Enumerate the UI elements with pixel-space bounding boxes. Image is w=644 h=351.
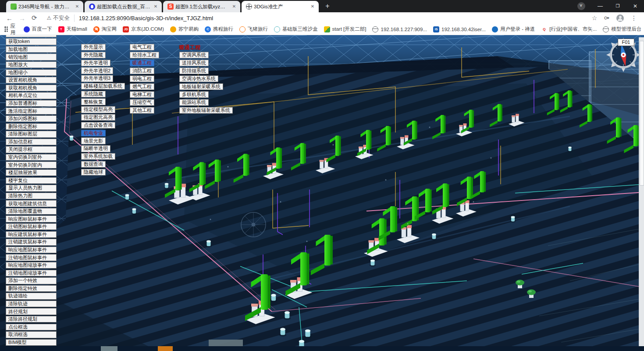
shell-menu-button[interactable]: 机电专业 <box>81 130 106 136</box>
shell-menu-button[interactable]: 整栋恢复 <box>81 98 106 105</box>
shell-menu-button[interactable]: 外壳半透明2 <box>81 67 113 74</box>
browser-tab[interactable]: 超图9.1怎么加载xyz的点云数据 <box>163 1 240 12</box>
sidebar-button[interactable]: 点位框选 <box>6 324 57 330</box>
discipline-menu-button[interactable]: 电气工程 <box>130 44 154 50</box>
tab-close-icon[interactable] <box>152 3 159 10</box>
sidebar-button[interactable]: 注销建筑鼠标事件 <box>6 239 57 245</box>
sidebar-button[interactable]: 销毁地图 <box>6 54 57 60</box>
sidebar-button[interactable]: 相机单点定位 <box>6 92 57 99</box>
sidebar-button[interactable]: 获取token <box>6 38 57 45</box>
bookmark-item[interactable]: 飞猪旅行 <box>239 26 268 32</box>
sidebar-button[interactable]: 楼层抽屉效果 <box>6 169 57 176</box>
shell-menu-button[interactable]: 隔断半透明 <box>81 145 110 152</box>
sidebar-button[interactable]: 清除路径规划 <box>6 316 57 322</box>
sidebar-button[interactable]: 取消框选 <box>6 331 57 338</box>
forward-icon[interactable]: → <box>19 14 25 22</box>
vertical-scrollbar-thumb[interactable] <box>640 41 644 186</box>
sidebar-button[interactable]: 注销图标鼠标事件 <box>6 223 57 230</box>
hvac-system-button[interactable]: 地板辐射采暖系统 <box>179 83 223 90</box>
sidebar-button[interactable]: 清除热力图 <box>6 193 57 199</box>
media-control-icon[interactable] <box>577 2 585 10</box>
shell-menu-button[interactable]: 外壳半透明3 <box>81 75 113 82</box>
sidebar-button[interactable]: 清除轨迹 <box>6 301 57 307</box>
discipline-menu-button[interactable]: 其他工程 <box>130 107 154 114</box>
sidebar-button[interactable]: 删除指定图标 <box>6 123 57 130</box>
bookmark-item[interactable]: 天猫tmall <box>58 26 87 32</box>
shell-menu-button[interactable]: 指定模型高亮 <box>81 106 115 113</box>
bookmark-item[interactable]: 携程旅行 <box>205 26 233 32</box>
reload-icon[interactable]: ⟳ <box>32 14 37 22</box>
bookmark-item[interactable]: 苏宁易购 <box>170 26 199 32</box>
sidebar-button[interactable]: 路径规划 <box>6 308 57 315</box>
bookmark-item[interactable]: 192.168.1.227:909... <box>372 26 427 32</box>
discipline-menu-button[interactable]: 压缩空气 <box>130 99 154 106</box>
minimize-button[interactable]: — <box>591 0 609 12</box>
sidebar-button[interactable]: 室外切换到室内 <box>6 161 57 168</box>
discipline-menu-button[interactable]: 给排水工程 <box>130 52 159 58</box>
apps-button[interactable]: 应用 <box>4 23 18 36</box>
hvac-system-button[interactable]: 送排风系统 <box>179 60 209 66</box>
shell-menu-button[interactable]: 指定图元高亮 <box>81 114 115 121</box>
bookmark-item[interactable]: 模型管理后台 <box>603 26 641 32</box>
bookmark-star-icon[interactable]: ☆ <box>592 14 598 21</box>
browser-tab[interactable]: 超图加载点云数据_百度搜索 <box>85 1 162 12</box>
extensions-icon[interactable]: ⚩ <box>604 14 609 21</box>
shell-menu-button[interactable]: 外壳显示 <box>81 44 106 50</box>
restore-button[interactable]: ❐ <box>609 0 626 12</box>
bookmark-item[interactable]: 淘宝网 <box>93 26 117 32</box>
bookmark-item[interactable]: 百度一下 <box>24 26 52 32</box>
discipline-menu-button[interactable]: 电梯工程 <box>130 91 154 98</box>
hvac-system-button[interactable]: 能源站系统 <box>179 99 209 106</box>
shell-menu-button[interactable]: 外壳半透明 <box>81 60 110 66</box>
sidebar-button[interactable]: 地图放大 <box>6 61 57 68</box>
sidebar-button[interactable]: 注销地图缩放事件 <box>6 270 57 276</box>
sidebar-button[interactable]: 响应地图鼠标事件 <box>6 247 57 253</box>
new-tab-button[interactable] <box>322 0 333 12</box>
sidebar-button[interactable]: 激活指定图标 <box>6 107 57 114</box>
sidebar-button-clipped[interactable] <box>6 35 57 37</box>
shell-menu-button[interactable]: 隐藏地球 <box>81 169 106 176</box>
hvac-system-button[interactable]: 防排烟系统 <box>179 68 209 74</box>
browser-tab[interactable]: 2345网址导航 - 致力于打造百年 <box>6 1 83 12</box>
tab-close-icon[interactable] <box>309 3 316 10</box>
back-icon[interactable]: ← <box>6 14 13 22</box>
sidebar-button[interactable]: 关闭提示框 <box>6 146 57 153</box>
close-button[interactable]: ✕ <box>626 0 644 12</box>
sidebar-button[interactable]: 楼宇复位 <box>6 177 57 184</box>
vertical-scrollbar[interactable] <box>639 37 644 351</box>
sidebar-button[interactable]: 清除图标图层 <box>6 131 57 137</box>
shell-menu-button[interactable]: 外壳隐藏 <box>81 52 106 58</box>
discipline-menu-button[interactable]: 暖通工程 <box>130 60 154 66</box>
sidebar-button[interactable]: 获取地图建筑信息 <box>6 200 57 207</box>
sidebar-button[interactable]: 设置相机视角 <box>6 77 57 83</box>
sidebar-button[interactable]: 添加一个特效 <box>6 277 57 284</box>
sidebar-button[interactable]: 轨迹描绘 <box>6 293 57 299</box>
sidebar-button[interactable]: BIM模型 <box>6 339 57 346</box>
shell-menu-button[interactable]: 楼栋楼层加载系统 <box>81 83 125 90</box>
sidebar-button[interactable]: 加载地图 <box>6 46 57 53</box>
browser-tab[interactable]: 3DGis准生产 <box>242 1 319 12</box>
sidebar-button[interactable]: 注销地图鼠标事件 <box>6 254 57 261</box>
sidebar-button[interactable]: 响应建筑鼠标事件 <box>6 231 57 238</box>
sidebar-button[interactable]: 添加普通图标 <box>6 100 57 107</box>
bookmark-item[interactable]: 用户登录 - 禅道 <box>492 26 535 32</box>
security-indicator[interactable]: ⚠ 不安全 <box>47 14 75 22</box>
sidebar-button[interactable]: 响应地图缩放事件 <box>6 262 57 269</box>
sidebar-button[interactable]: 删除指定特效 <box>6 285 57 292</box>
bookmark-item[interactable]: start [开发二部] <box>324 26 366 32</box>
bookmark-item[interactable]: [行业]中国省、市矢... <box>541 26 597 32</box>
hvac-system-button[interactable]: 空调冷热水系统 <box>179 75 218 82</box>
sidebar-button[interactable]: 清除地图覆盖物 <box>6 208 57 215</box>
shell-menu-button[interactable]: 数据查询 <box>81 161 106 168</box>
hvac-system-button[interactable]: 多联机系统 <box>179 91 209 98</box>
shell-menu-button[interactable]: 室外系统加载 <box>81 153 115 160</box>
sidebar-button[interactable]: 室内切换到室外 <box>6 154 57 161</box>
sidebar-button[interactable]: 显示人员热力图 <box>6 185 57 191</box>
shell-menu-button[interactable]: 场景光影 <box>81 137 106 144</box>
discipline-menu-button[interactable]: 燃气工程 <box>130 83 154 90</box>
sidebar-button[interactable]: 添加闪烁图标 <box>6 115 57 122</box>
address-url[interactable]: 192.168.1.225:8090/Basic/gis-3D-n/index_… <box>79 15 592 21</box>
tab-close-icon[interactable] <box>231 3 238 10</box>
hvac-system-button[interactable]: 室外地板辐射采暖系统 <box>179 107 233 114</box>
bookmark-item[interactable]: 京东(JD.COM) <box>123 26 164 32</box>
